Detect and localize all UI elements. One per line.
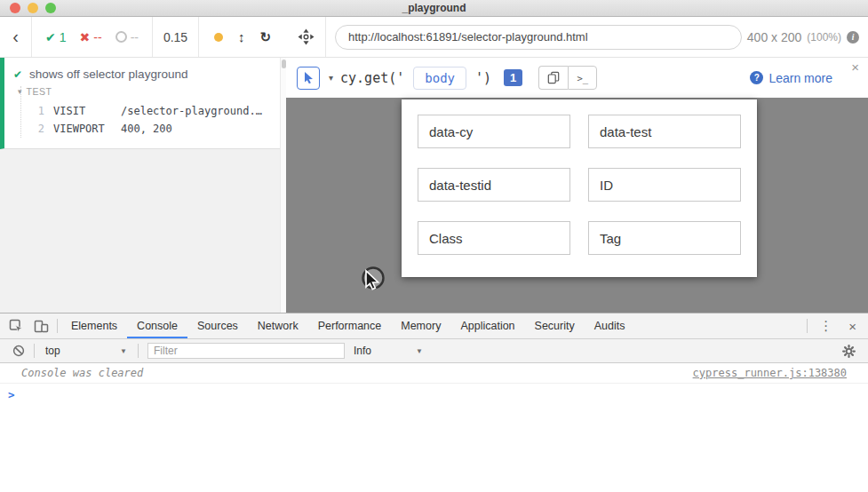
stage-area: http://localhost:61891/selector-playgrou… xyxy=(286,17,868,313)
window-title: _playground xyxy=(0,2,868,14)
console-prompt-row[interactable]: > xyxy=(0,384,868,406)
devtools-menu-icon[interactable]: ⋮ xyxy=(811,318,840,334)
element-picker-button[interactable] xyxy=(297,67,320,90)
tab-sources[interactable]: Sources xyxy=(187,313,248,338)
console-toolbar: top ▼ Info ▼ xyxy=(0,339,868,363)
divider xyxy=(57,319,58,333)
devtools-tabbar: Elements Console Sources Network Perform… xyxy=(0,313,868,339)
inspect-element-button[interactable] xyxy=(4,313,28,338)
reporter-scrollbar[interactable] xyxy=(280,58,286,313)
selector-playground-toggle-button[interactable] xyxy=(286,17,326,57)
command-number: 1 xyxy=(21,105,44,117)
pending-stat[interactable]: -- xyxy=(115,30,139,44)
reporter-controls: ↕ ↻ xyxy=(199,17,286,57)
auto-scroll-indicator-icon[interactable] xyxy=(214,33,223,42)
tab-network[interactable]: Network xyxy=(248,313,308,338)
toggle-device-toolbar-button[interactable] xyxy=(28,313,53,338)
viewport-zoom-label: (100%) xyxy=(807,31,841,44)
info-icon[interactable]: i xyxy=(847,31,859,44)
app-under-test-viewport: data-cy data-test data-testid ID Class T… xyxy=(402,99,757,277)
print-to-console-button[interactable]: >_ xyxy=(568,66,597,90)
test-result-block[interactable]: ✔ shows off selector playground ▾ TEST 1… xyxy=(0,58,286,149)
devtools-close-icon[interactable]: × xyxy=(840,319,864,334)
console-source-link[interactable]: cypress_runner.js:138380 xyxy=(693,367,847,379)
device-toolbar-icon xyxy=(34,320,49,333)
cypress-reporter-panel: ‹ ✔ 1 ✖ -- -- 0.15 ↕ ↻ ✔ xyxy=(0,17,286,313)
passed-stat[interactable]: ✔ 1 xyxy=(45,30,67,44)
tab-memory[interactable]: Memory xyxy=(391,313,450,338)
match-count-badge: 1 xyxy=(504,69,522,86)
check-icon: ✔ xyxy=(45,30,56,44)
chevron-down-icon: ▼ xyxy=(120,347,127,355)
pending-count: -- xyxy=(131,30,139,44)
failed-count: -- xyxy=(93,30,101,44)
passed-count: 1 xyxy=(60,30,67,44)
command-value: 400, 200 xyxy=(121,123,172,135)
command-name: VIEWPORT xyxy=(53,123,121,135)
execution-context-select[interactable]: top ▼ xyxy=(45,345,127,357)
terminal-icon: >_ xyxy=(577,73,588,83)
url-address-bar[interactable]: http://localhost:61891/selector-playgrou… xyxy=(335,25,742,50)
duration-value: 0.15 xyxy=(163,30,187,44)
learn-more-link[interactable]: ? Learn more xyxy=(750,71,832,85)
failed-stat[interactable]: ✖ -- xyxy=(80,30,102,44)
tab-application[interactable]: Application xyxy=(450,313,524,338)
divider xyxy=(138,344,139,358)
selector-playground-bar: ▾ cy.get(' body ') 1 >_ ? Learn more × xyxy=(286,58,868,98)
close-playground-icon[interactable]: × xyxy=(851,60,859,75)
test-section-label: TEST xyxy=(27,86,52,97)
tab-elements[interactable]: Elements xyxy=(61,313,127,338)
test-stats: ✔ 1 ✖ -- -- xyxy=(32,17,153,57)
selector-box-data-cy[interactable]: data-cy xyxy=(418,115,570,148)
crosshair-icon xyxy=(298,28,315,45)
selector-box-data-testid[interactable]: data-testid xyxy=(418,168,570,202)
selector-box-data-test[interactable]: data-test xyxy=(588,115,741,148)
copy-icon xyxy=(547,71,560,84)
log-level-select[interactable]: Info ▼ xyxy=(354,345,423,357)
mouse-cursor-click-indicator xyxy=(352,259,394,300)
console-filter-input[interactable] xyxy=(147,343,345,359)
inspect-cursor-icon xyxy=(9,319,23,333)
selector-box-id[interactable]: ID xyxy=(588,168,741,202)
app-iframe-area: data-cy data-test data-testid ID Class T… xyxy=(286,98,868,313)
tab-audits[interactable]: Audits xyxy=(585,313,635,338)
test-title: shows off selector playground xyxy=(29,67,187,81)
pointer-cursor-icon xyxy=(303,71,315,84)
question-icon: ? xyxy=(750,71,763,84)
test-duration: 0.15 xyxy=(153,17,199,57)
stage-header: http://localhost:61891/selector-playgrou… xyxy=(286,17,868,58)
selector-input[interactable]: body xyxy=(413,67,466,90)
test-section-row[interactable]: ▾ TEST xyxy=(18,86,286,102)
console-prompt-icon: > xyxy=(8,388,15,401)
selector-box-class[interactable]: Class xyxy=(418,221,570,255)
command-name: VISIT xyxy=(53,105,121,117)
back-chevron-icon: ‹ xyxy=(12,27,19,47)
console-message-row: Console was cleared cypress_runner.js:13… xyxy=(0,363,868,384)
tab-performance[interactable]: Performance xyxy=(308,313,392,338)
collapse-caret-icon: ▾ xyxy=(18,87,22,96)
command-row-viewport[interactable]: 2 VIEWPORT 400, 200 xyxy=(21,120,286,138)
playground-actions: >_ xyxy=(538,66,597,90)
command-row-visit[interactable]: 1 VISIT /selector-playground.… xyxy=(21,102,286,120)
command-number: 2 xyxy=(21,123,44,135)
viewport-scale-icon[interactable]: ↕ xyxy=(238,29,245,44)
back-button[interactable]: ‹ xyxy=(0,17,32,57)
window-titlebar: _playground xyxy=(0,0,868,17)
copy-selector-button[interactable] xyxy=(538,66,568,90)
selector-box-tag[interactable]: Tag xyxy=(588,221,741,255)
clear-console-button[interactable] xyxy=(12,345,25,357)
test-title-row[interactable]: ✔ shows off selector playground xyxy=(4,66,286,86)
url-text: http://localhost:61891/selector-playgrou… xyxy=(348,30,588,44)
method-dropdown-caret-icon[interactable]: ▾ xyxy=(329,73,333,83)
tab-console[interactable]: Console xyxy=(127,313,187,338)
command-value: /selector-playground.… xyxy=(121,105,262,117)
log-level-value: Info xyxy=(354,345,371,357)
reporter-toolbar: ‹ ✔ 1 ✖ -- -- 0.15 ↕ ↻ xyxy=(0,17,286,58)
cy-method-prefix: cy.get(' xyxy=(340,70,404,86)
restart-tests-icon[interactable]: ↻ xyxy=(259,29,271,45)
context-value: top xyxy=(45,345,60,357)
divider xyxy=(807,319,808,333)
tab-security[interactable]: Security xyxy=(525,313,585,338)
test-passed-check-icon: ✔ xyxy=(13,68,22,81)
console-settings-button[interactable] xyxy=(842,345,861,358)
